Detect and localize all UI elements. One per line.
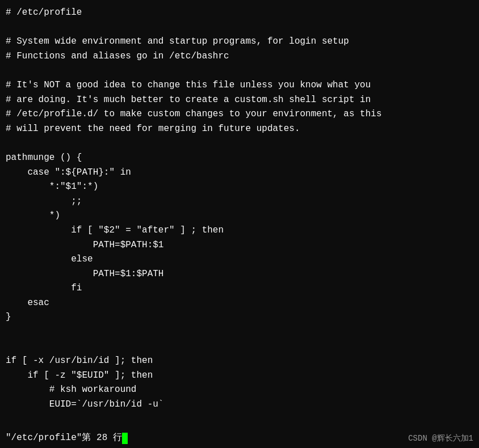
cursor xyxy=(122,433,128,444)
status-bar: "/etc/profile"第 28 行 CSDN @辉长六加1 xyxy=(0,429,479,448)
code-content: # /etc/profile # System wide environment… xyxy=(6,6,473,412)
watermark: CSDN @辉长六加1 xyxy=(408,432,473,445)
terminal: # /etc/profile # System wide environment… xyxy=(0,0,479,448)
status-left: "/etc/profile"第 28 行 xyxy=(6,431,128,446)
status-filename: "/etc/profile"第 28 行 xyxy=(6,431,122,446)
